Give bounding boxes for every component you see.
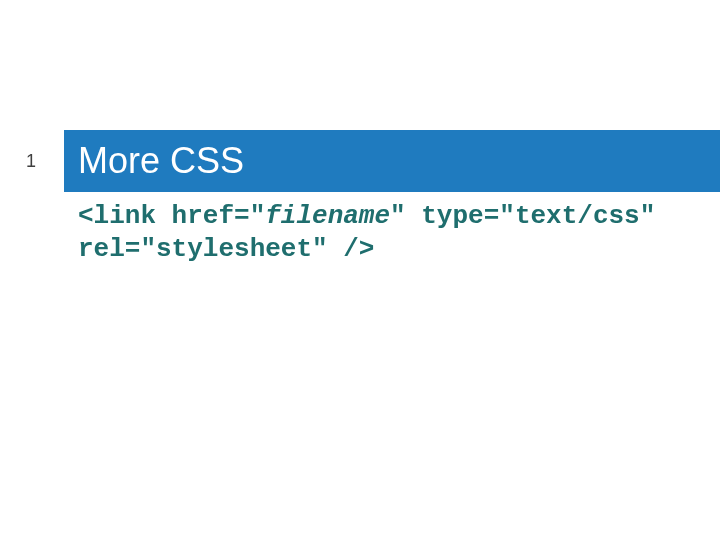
slide: 1 More CSS <link href="filename" type="t… bbox=[0, 0, 720, 540]
code-part-1: <link href=" bbox=[78, 201, 265, 231]
header-band: 1 More CSS bbox=[0, 130, 720, 192]
code-filename: filename bbox=[265, 201, 390, 231]
page-number: 1 bbox=[0, 130, 62, 192]
slide-title: More CSS bbox=[64, 130, 720, 192]
code-example: <link href="filename" type="text/css" re… bbox=[78, 200, 680, 265]
